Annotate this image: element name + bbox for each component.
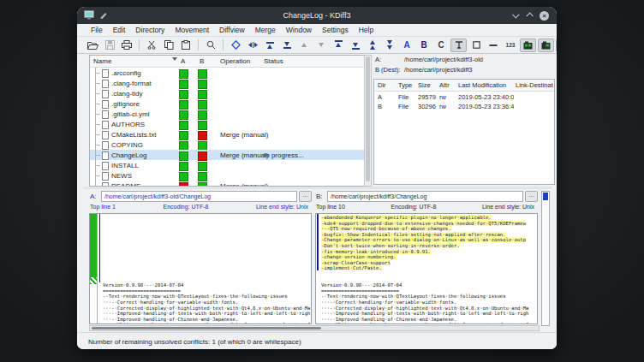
pane-a-text-area[interactable]: Version·0.9.98·--·2014-07-04============…	[89, 213, 312, 324]
file-icon	[102, 172, 109, 181]
paste-button[interactable]	[178, 39, 194, 51]
file-row[interactable]: AUTHORS	[90, 119, 364, 129]
copy-button[interactable]	[161, 39, 176, 51]
pane-a-browse-button[interactable]: ...	[299, 191, 312, 202]
file-row[interactable]: .gitignore	[90, 98, 364, 109]
go-current-delta-button[interactable]	[228, 39, 243, 51]
dir-show-files-only-in-a-button[interactable]	[556, 39, 557, 52]
go-to-next-unsolved-conflict-button[interactable]	[382, 39, 397, 51]
diff-line-text: -·Text·rendering·now·with·QTextLayout·fi…	[321, 294, 506, 299]
status-bar: Number of remaining unsolved conflicts: …	[77, 332, 557, 349]
cut-button[interactable]	[144, 39, 159, 51]
diff-scrollbar-thumb[interactable]	[543, 193, 548, 200]
diff-line: ·--QT5·now·required·because·of·above·cha…	[321, 226, 537, 232]
file-row[interactable]: .clang-format	[90, 78, 364, 88]
pane-a-path-field[interactable]: /home/carl/project/kdiff3-old/ChangeLog	[101, 191, 297, 202]
go-to-prev-unsolved-conflict-button[interactable]	[365, 39, 380, 51]
open-file-button[interactable]	[85, 39, 100, 51]
tree-tick	[95, 93, 100, 94]
diff-line-text: -Change·parameter·errors·to·use·dialog·o…	[321, 237, 526, 242]
diff-line	[103, 243, 311, 249]
info-column-header[interactable]: Link-Destination	[516, 81, 553, 89]
overview-toggle[interactable]	[486, 39, 501, 51]
diff-line	[103, 265, 311, 271]
column-name[interactable]: Name	[93, 57, 111, 65]
file-row[interactable]: .arcconfig	[90, 68, 364, 78]
menu-edit[interactable]: Edit	[108, 26, 131, 34]
column-operation[interactable]: Operation	[220, 57, 250, 65]
print-button[interactable]	[119, 39, 134, 51]
info-column-header[interactable]: Type	[398, 81, 416, 89]
diff-hscrollbar-thumb[interactable]	[92, 327, 321, 329]
menu-settings[interactable]: Settings	[317, 26, 354, 34]
column-b[interactable]: B	[200, 57, 204, 65]
menu-window[interactable]: Window	[281, 26, 317, 34]
go-to-next-delta-button[interactable]	[313, 39, 329, 51]
diff-horizontal-scrollbar[interactable]	[89, 325, 540, 331]
go-to-prev-conflict-button[interactable]	[331, 39, 346, 51]
dir-show-identical-files-button[interactable]	[520, 39, 536, 52]
word-wrap-button[interactable]	[245, 39, 260, 51]
show-line-numbers-toggle[interactable]: 123	[503, 39, 518, 51]
save-button[interactable]	[102, 39, 117, 51]
info-column-header[interactable]: Dir	[378, 81, 397, 89]
file-list-header[interactable]: Name A B Operation Status	[90, 56, 364, 68]
horizontal-splitter[interactable]	[84, 187, 552, 189]
sort-indicator-icon	[172, 57, 177, 61]
select-line-c-button[interactable]: C	[433, 39, 449, 51]
file-list-scrollbar-thumb[interactable]	[366, 56, 370, 181]
file-row[interactable]: .clang-tidy	[90, 88, 364, 98]
diff-line	[103, 215, 311, 221]
info-row[interactable]: BFile30296rw2019-05-23 23:36:44	[374, 101, 554, 110]
pane-b-browse-button[interactable]: ...	[525, 191, 538, 202]
info-column-header[interactable]: Attr	[439, 81, 456, 89]
info-column-header[interactable]: Size	[418, 81, 438, 89]
menu-directory[interactable]: Directory	[130, 26, 170, 34]
diff-line	[103, 277, 311, 283]
close-button[interactable]: ×	[540, 11, 549, 21]
go-to-last-delta-button[interactable]	[279, 39, 295, 51]
find-button[interactable]	[203, 39, 218, 51]
toolbar-separator	[198, 39, 199, 50]
file-row[interactable]: CMakeLists.txtMerge (manual)	[90, 129, 364, 139]
diff-line: -implement·Cut/Paste.	[321, 265, 537, 271]
select-line-a-button[interactable]: A	[399, 39, 414, 51]
pane-b-text-area[interactable]: -abandonded·Konqueror·specific·plugin·no…	[315, 213, 538, 324]
file-row[interactable]: INSTALL	[90, 160, 364, 170]
info-row[interactable]: AFile29579rw2019-05-23 23:40:05	[374, 92, 554, 101]
maximize-button[interactable]	[526, 12, 533, 19]
file-row[interactable]: ChangeLogMerge (manual)In progress...	[90, 150, 364, 160]
go-to-prev-delta-button[interactable]	[296, 39, 312, 51]
file-row[interactable]: COPYING	[90, 139, 364, 150]
menu-movement[interactable]: Movement	[170, 26, 214, 34]
pane-b-path-field[interactable]: /home/carl/project/kdiff3/ChangeLog	[327, 191, 523, 202]
column-a[interactable]: A	[181, 57, 185, 65]
file-row[interactable]: .gitlab-ci.yml	[90, 109, 364, 119]
select-line-b-button[interactable]: B	[416, 39, 432, 51]
menu-diffview[interactable]: Diffview	[214, 26, 250, 34]
menu-file[interactable]: File	[86, 26, 108, 34]
file-list-scrollbar[interactable]	[364, 55, 372, 187]
file-name: NEWS	[111, 172, 132, 180]
minimize-button[interactable]	[512, 11, 519, 18]
dir-show-different-files-button[interactable]	[538, 39, 554, 52]
diff-line-text: ·--QT5·now·required·because·of·above·cha…	[321, 226, 451, 231]
titlebar[interactable]: ChangeLog - KDiff3 ×	[77, 7, 557, 24]
file-row[interactable]: NEWS	[90, 170, 364, 181]
diff-vertical-scrollbar[interactable]	[541, 191, 550, 326]
file-row[interactable]: READMEMerge (manual)	[90, 181, 364, 187]
go-to-next-conflict-button[interactable]	[348, 39, 363, 51]
overview-column[interactable]	[90, 214, 98, 323]
diff-line: ···-·Improved·handling·of·texts·with·bot…	[103, 311, 311, 317]
file-icon	[102, 90, 109, 98]
show-whitespace-toggle[interactable]	[450, 39, 467, 52]
wrap-lines-toggle[interactable]	[468, 39, 484, 51]
info-column-header[interactable]: Last Modification	[458, 81, 514, 89]
menu-help[interactable]: Help	[354, 26, 379, 34]
column-status[interactable]: Status	[264, 57, 283, 65]
diff-line-text: ===========================	[321, 288, 399, 294]
file-icon	[102, 162, 109, 170]
go-to-first-delta-button[interactable]	[262, 39, 277, 51]
menu-merge[interactable]: Merge	[250, 26, 281, 34]
menu-bar: File Edit Directory Movement Diffview Me…	[77, 24, 557, 37]
